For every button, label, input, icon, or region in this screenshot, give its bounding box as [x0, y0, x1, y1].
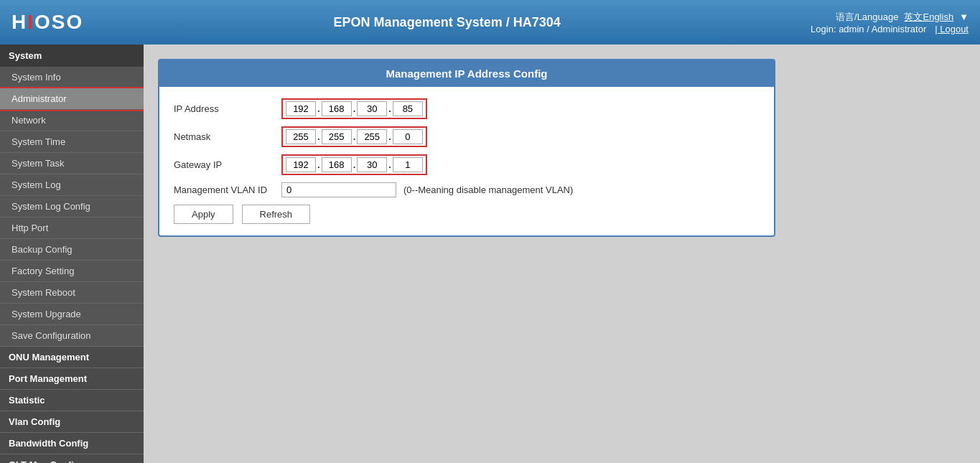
- netmask-octet-2[interactable]: [322, 129, 352, 144]
- netmask-octet-4[interactable]: [393, 129, 423, 144]
- config-panel: Management IP Address Config IP Address …: [158, 59, 775, 237]
- sidebar-item-system-reboot[interactable]: System Reboot: [0, 282, 144, 304]
- sidebar-item-system-time[interactable]: System Time: [0, 131, 144, 153]
- vlan-input[interactable]: [281, 182, 396, 197]
- header-title: EPON Management System / HA7304: [334, 15, 561, 30]
- ip-address-inputs: . . .: [281, 98, 427, 119]
- sidebar-item-system-upgrade[interactable]: System Upgrade: [0, 304, 144, 325]
- panel-body: IP Address . . . Netmask: [159, 87, 774, 235]
- language-label: 语言/Language: [836, 11, 898, 24]
- netmask-row: Netmask . . .: [174, 126, 760, 147]
- netmask-label: Netmask: [174, 131, 281, 142]
- netmask-dot-3: .: [388, 131, 391, 142]
- ip-address-row: IP Address . . .: [174, 98, 760, 119]
- header-right: 语言/Language 英文English ▼ Login: admin / A…: [811, 11, 969, 34]
- sidebar-item-administrator[interactable]: Administrator: [0, 88, 144, 110]
- ip-octet-1[interactable]: [286, 101, 316, 116]
- sidebar-item-system-log[interactable]: System Log: [0, 174, 144, 196]
- main-content: Management IP Address Config IP Address …: [144, 45, 980, 463]
- sidebar: SystemSystem InfoAdministratorNetworkSys…: [0, 45, 144, 463]
- sidebar-section-item-olt-mac-config[interactable]: OLT Mac Config: [0, 454, 144, 463]
- netmask-dot-2: .: [353, 131, 356, 142]
- netmask-octet-3[interactable]: [357, 129, 387, 144]
- ip-dot-3: .: [388, 103, 391, 114]
- body: SystemSystem InfoAdministratorNetworkSys…: [0, 45, 980, 463]
- logout-link[interactable]: | Logout: [935, 24, 969, 34]
- sidebar-section-item-bandwidth-config[interactable]: Bandwidth Config: [0, 433, 144, 454]
- logo: HIOSO: [11, 11, 83, 34]
- sidebar-item-network[interactable]: Network: [0, 110, 144, 131]
- login-area: Login: admin / Administrator | Logout: [811, 24, 969, 34]
- language-value[interactable]: 英文English: [904, 11, 953, 24]
- vlan-row: Management VLAN ID (0--Meaning disable m…: [174, 182, 760, 197]
- sidebar-item-system-log-config[interactable]: System Log Config: [0, 196, 144, 218]
- button-row: Apply Refresh: [174, 205, 760, 224]
- sidebar-section-item-statistic[interactable]: Statistic: [0, 390, 144, 411]
- sidebar-item-save-configuration[interactable]: Save Configuration: [0, 325, 144, 347]
- gateway-octet-3[interactable]: [357, 157, 387, 172]
- refresh-button[interactable]: Refresh: [242, 205, 311, 224]
- netmask-inputs: . . .: [281, 126, 427, 147]
- netmask-dot-1: .: [317, 131, 320, 142]
- header: HIOSO EPON Management System / HA7304 语言…: [0, 0, 980, 45]
- ip-octet-4[interactable]: [393, 101, 423, 116]
- vlan-label: Management VLAN ID: [174, 184, 281, 195]
- sidebar-section-item-port-management[interactable]: Port Management: [0, 368, 144, 390]
- sidebar-item-factory-setting[interactable]: Factory Setting: [0, 261, 144, 282]
- sidebar-section-item-onu-management[interactable]: ONU Management: [0, 347, 144, 368]
- sidebar-section-item-vlan-config[interactable]: Vlan Config: [0, 411, 144, 433]
- sidebar-item-system-task[interactable]: System Task: [0, 153, 144, 174]
- apply-button[interactable]: Apply: [174, 205, 233, 224]
- gateway-label: Gateway IP: [174, 159, 281, 170]
- login-text: Login: admin / Administrator: [811, 24, 926, 34]
- sidebar-item-backup-config[interactable]: Backup Config: [0, 239, 144, 261]
- gateway-octet-4[interactable]: [393, 157, 423, 172]
- ip-dot-1: .: [317, 103, 320, 114]
- vlan-hint: (0--Meaning disable management VLAN): [403, 184, 573, 195]
- language-selector[interactable]: 语言/Language 英文English ▼: [836, 11, 969, 24]
- gateway-row: Gateway IP . . .: [174, 154, 760, 175]
- ip-address-label: IP Address: [174, 103, 281, 114]
- gateway-dot-1: .: [317, 159, 320, 170]
- gateway-dot-2: .: [353, 159, 356, 170]
- panel-title: Management IP Address Config: [159, 60, 774, 87]
- gateway-dot-3: .: [388, 159, 391, 170]
- dropdown-icon: ▼: [959, 11, 969, 22]
- ip-dot-2: .: [353, 103, 356, 114]
- gateway-inputs: . . .: [281, 154, 427, 175]
- ip-octet-3[interactable]: [357, 101, 387, 116]
- gateway-octet-2[interactable]: [322, 157, 352, 172]
- ip-octet-2[interactable]: [322, 101, 352, 116]
- sidebar-item-system-info[interactable]: System Info: [0, 67, 144, 88]
- sidebar-item-http-port[interactable]: Http Port: [0, 218, 144, 239]
- netmask-octet-1[interactable]: [286, 129, 316, 144]
- gateway-octet-1[interactable]: [286, 157, 316, 172]
- logo-area: HIOSO: [11, 11, 83, 34]
- sidebar-section-system[interactable]: System: [0, 45, 144, 67]
